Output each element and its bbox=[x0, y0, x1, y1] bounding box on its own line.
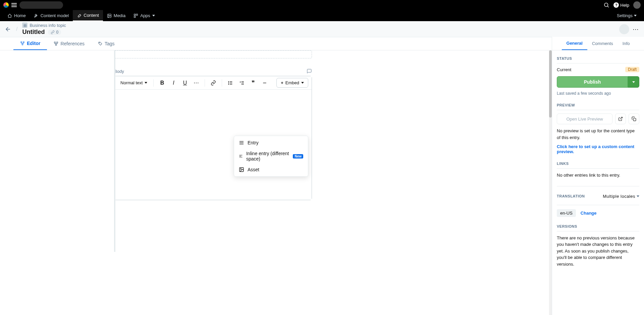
toolbar-divider bbox=[222, 79, 222, 87]
embed-label: Embed bbox=[285, 80, 299, 85]
external-link-icon bbox=[618, 117, 623, 121]
translation-heading: TRANSLATION bbox=[557, 194, 585, 198]
embed-inline-entry-item[interactable]: Inline entry (different space) New bbox=[234, 148, 308, 164]
tab-references[interactable]: References bbox=[47, 37, 91, 50]
link-count-value: 0 bbox=[56, 30, 58, 35]
multiple-locales-select[interactable]: Multiple locales bbox=[603, 194, 639, 199]
presence-avatar[interactable] bbox=[619, 24, 629, 34]
entry-header: / ▤ Business info topic Untitled 0 ⋯ bbox=[0, 21, 644, 37]
last-saved-text: Last saved a few seconds ago bbox=[557, 91, 639, 96]
chevron-down-icon bbox=[152, 15, 155, 16]
contentful-logo-icon[interactable] bbox=[3, 2, 9, 8]
chevron-down-icon bbox=[632, 81, 635, 83]
text-style-select[interactable]: Normal text bbox=[118, 79, 150, 87]
breadcrumb-separator: / bbox=[16, 26, 17, 32]
wrench-icon bbox=[34, 13, 39, 18]
embed-asset-item[interactable]: Asset bbox=[234, 164, 308, 175]
copy-icon bbox=[632, 117, 636, 121]
space-selector[interactable] bbox=[19, 1, 63, 9]
nav-home-label: Home bbox=[14, 13, 26, 18]
field-placeholder[interactable] bbox=[114, 50, 312, 58]
more-format-button[interactable]: ⋯ bbox=[191, 78, 201, 88]
italic-button[interactable]: I bbox=[168, 78, 178, 88]
asset-icon bbox=[239, 167, 244, 172]
tab-references-label: References bbox=[60, 41, 85, 46]
sidebar-tabs: General Comments Info bbox=[552, 37, 644, 50]
nav-home[interactable]: Home bbox=[3, 10, 30, 21]
setup-preview-link[interactable]: Click here to set up a custom content pr… bbox=[557, 144, 639, 154]
link-count-badge[interactable]: 0 bbox=[48, 30, 61, 35]
chevron-down-icon bbox=[301, 82, 304, 84]
sidebar-tab-info[interactable]: Info bbox=[618, 37, 635, 50]
svg-point-7 bbox=[21, 42, 22, 43]
scrollbar-thumb[interactable] bbox=[549, 50, 552, 118]
versions-heading: VERSIONS bbox=[557, 224, 639, 231]
quote-button[interactable]: ❞ bbox=[248, 78, 258, 88]
back-arrow-icon[interactable] bbox=[5, 26, 11, 33]
comment-icon[interactable] bbox=[307, 69, 312, 74]
content-type-icon: ▤ bbox=[22, 22, 28, 28]
svg-point-18 bbox=[228, 83, 229, 83]
svg-rect-4 bbox=[134, 14, 136, 15]
open-preview-button[interactable]: Open Live Preview bbox=[557, 114, 612, 124]
hr-button[interactable] bbox=[260, 78, 270, 88]
scrollbar[interactable] bbox=[549, 50, 552, 315]
editor-content-area: Body Normal text B I U ⋯ bbox=[0, 50, 552, 315]
change-locale-link[interactable]: Change bbox=[581, 211, 597, 216]
pen-icon bbox=[77, 13, 82, 18]
more-actions-icon[interactable]: ⋯ bbox=[633, 26, 639, 33]
tab-tags[interactable]: Tags bbox=[91, 37, 121, 50]
publish-button[interactable]: Publish bbox=[557, 76, 628, 88]
breadcrumb[interactable]: ▤ Business info topic bbox=[22, 22, 66, 28]
sidebar-tab-comments[interactable]: Comments bbox=[587, 37, 618, 50]
tab-editor-label: Editor bbox=[27, 41, 40, 46]
nav-settings-label: Settings bbox=[617, 13, 633, 18]
sidebar-tab-general[interactable]: General bbox=[562, 37, 587, 50]
links-heading: LINKS bbox=[557, 162, 639, 169]
nav-apps[interactable]: Apps bbox=[129, 10, 159, 21]
preview-heading: PREVIEW bbox=[557, 103, 639, 110]
nav-media[interactable]: Media bbox=[103, 10, 129, 21]
embed-button[interactable]: + Embed bbox=[276, 78, 308, 88]
toolbar-divider bbox=[153, 79, 154, 87]
link-button[interactable] bbox=[208, 78, 218, 88]
svg-rect-5 bbox=[136, 14, 138, 15]
embed-entry-item[interactable]: Entry bbox=[234, 137, 308, 148]
help-button[interactable]: ? Help bbox=[613, 2, 629, 8]
no-links-text: No other entries link to this entry. bbox=[557, 172, 639, 179]
help-icon: ? bbox=[613, 2, 619, 8]
numbered-list-button[interactable] bbox=[237, 78, 247, 88]
tab-editor[interactable]: Editor bbox=[13, 37, 47, 50]
svg-point-9 bbox=[22, 44, 23, 45]
main-nav: Home Content model Content Media Apps Se… bbox=[0, 10, 644, 21]
svg-point-19 bbox=[228, 84, 229, 84]
references-tab-icon bbox=[54, 41, 58, 46]
copy-preview-button[interactable] bbox=[629, 114, 639, 124]
bullet-list-button[interactable] bbox=[225, 78, 235, 88]
chevron-down-icon bbox=[145, 82, 147, 84]
nav-content[interactable]: Content bbox=[73, 10, 103, 21]
entry-block-icon bbox=[239, 140, 244, 145]
chevron-down-icon bbox=[634, 15, 637, 16]
new-badge: New bbox=[293, 154, 303, 159]
svg-rect-10 bbox=[54, 42, 56, 43]
translation-heading-row: TRANSLATION Multiple locales bbox=[557, 194, 639, 201]
locale-chip: en-US bbox=[557, 209, 576, 217]
underline-button[interactable]: U bbox=[180, 78, 190, 88]
svg-point-8 bbox=[23, 42, 24, 43]
search-icon[interactable] bbox=[603, 2, 609, 8]
nav-settings[interactable]: Settings bbox=[613, 10, 641, 21]
nav-apps-label: Apps bbox=[140, 13, 150, 18]
no-versions-text: There are no previous versions because y… bbox=[557, 235, 639, 268]
inline-entry-icon bbox=[239, 153, 243, 159]
nav-content-model-label: Content model bbox=[41, 13, 69, 18]
rte-toolbar: Normal text B I U ⋯ ❞ bbox=[114, 76, 312, 90]
open-external-button[interactable] bbox=[615, 114, 626, 124]
user-avatar[interactable] bbox=[633, 1, 641, 9]
bold-button[interactable]: B bbox=[157, 78, 167, 88]
publish-dropdown-button[interactable] bbox=[628, 76, 639, 88]
hamburger-menu-icon[interactable] bbox=[11, 3, 17, 7]
nav-content-model[interactable]: Content model bbox=[30, 10, 73, 21]
home-icon bbox=[7, 13, 12, 18]
image-icon bbox=[107, 13, 112, 18]
